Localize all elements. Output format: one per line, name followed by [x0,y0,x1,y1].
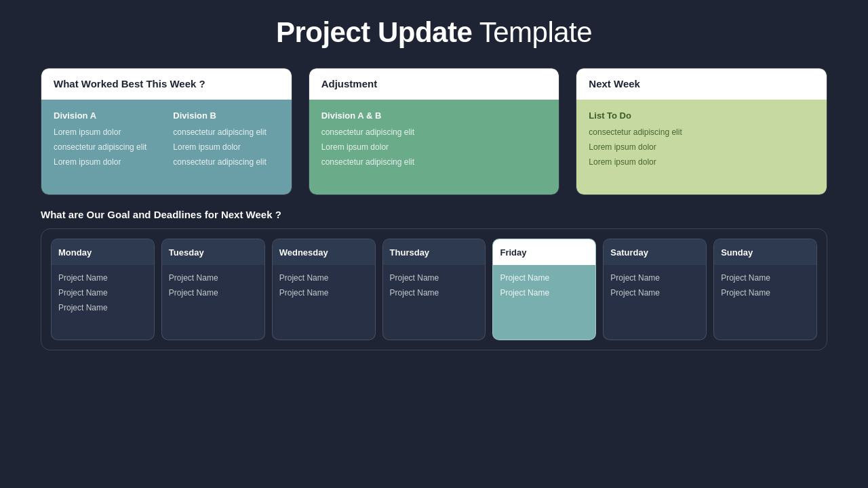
list-todo-item-1: Lorem ipsum dolor [589,142,814,152]
sunday-project-0: Project Name [721,273,810,283]
division-b-item-2: consectetur adipiscing elit [173,157,279,167]
card-col-list-todo: List To Do consectetur adipiscing elit L… [589,110,814,172]
monday-project-2: Project Name [58,303,147,312]
card-header-adjustment: Adjustment [309,68,559,100]
day-label-sunday: Sunday [721,247,753,258]
day-body-sunday: Project Name Project Name [714,265,816,340]
goals-section: What are Our Goal and Deadlines for Next… [41,209,827,350]
day-label-friday: Friday [500,247,526,258]
card-header-title-what-worked: What Worked Best This Week ? [54,78,205,89]
day-header-wednesday: Wednesday [273,239,375,265]
day-body-thursday: Project Name Project Name [383,265,486,340]
day-card-wednesday: Wednesday Project Name Project Name [272,239,376,340]
top-cards-section: What Worked Best This Week ? Division A … [41,68,827,195]
sunday-project-1: Project Name [721,288,810,298]
card-body-what-worked: Division A Lorem ipsum dolor consectetur… [41,100,292,195]
division-ab-item-2: consectetur adipiscing elit [321,157,547,167]
card-header-title-adjustment: Adjustment [321,78,378,89]
list-todo-title: List To Do [589,110,814,121]
day-label-saturday: Saturday [610,247,648,258]
division-a-item-0: Lorem ipsum dolor [54,127,159,137]
division-b-title: Division B [173,110,279,121]
division-ab-item-1: Lorem ipsum dolor [321,142,547,152]
weekly-grid: Monday Project Name Project Name Project… [51,239,817,340]
monday-project-1: Project Name [58,288,147,298]
saturday-project-0: Project Name [610,273,699,283]
division-ab-item-0: consectetur adipiscing elit [321,127,547,137]
day-body-saturday: Project Name Project Name [604,265,706,340]
friday-project-0: Project Name [500,273,589,283]
day-label-thursday: Thursday [390,247,430,258]
card-header-next-week: Next Week [576,68,827,100]
division-a-item-1: consectetur adipiscing elit [54,142,159,152]
division-b-item-0: consectetur adipiscing elit [173,127,279,137]
card-body-next-week: List To Do consectetur adipiscing elit L… [576,100,827,195]
card-adjustment: Adjustment Division A & B consectetur ad… [309,68,560,195]
day-card-thursday: Thursday Project Name Project Name [382,239,486,340]
day-header-thursday: Thursday [383,239,486,265]
card-cols-adjustment: Division A & B consectetur adipiscing el… [321,110,547,172]
list-todo-item-2: Lorem ipsum dolor [589,157,814,167]
day-card-sunday: Sunday Project Name Project Name [713,239,817,340]
tuesday-project-0: Project Name [169,273,258,283]
day-header-monday: Monday [52,239,154,265]
title-bold: Project Update [276,16,472,48]
card-next-week: Next Week List To Do consectetur adipisc… [576,68,827,195]
day-card-monday: Monday Project Name Project Name Project… [51,239,155,340]
day-header-friday: Friday [493,239,595,265]
division-a-item-2: Lorem ipsum dolor [54,157,159,167]
wednesday-project-0: Project Name [279,273,368,283]
division-a-title: Division A [54,110,159,121]
list-todo-item-0: consectetur adipiscing elit [589,127,814,137]
day-label-wednesday: Wednesday [279,247,328,258]
card-col-division-b: Division B consectetur adipiscing elit L… [173,110,279,172]
division-b-item-1: Lorem ipsum dolor [173,142,279,152]
day-card-saturday: Saturday Project Name Project Name [603,239,707,340]
saturday-project-1: Project Name [610,288,699,298]
page-container: Project Update Template What Worked Best… [0,0,868,488]
card-col-division-a: Division A Lorem ipsum dolor consectetur… [54,110,159,172]
card-what-worked: What Worked Best This Week ? Division A … [41,68,292,195]
weekly-grid-wrapper: Monday Project Name Project Name Project… [41,228,827,350]
day-label-monday: Monday [58,247,92,258]
card-header-what-worked: What Worked Best This Week ? [41,68,292,100]
card-col-division-ab: Division A & B consectetur adipiscing el… [321,110,547,172]
day-body-tuesday: Project Name Project Name [162,265,264,340]
monday-project-0: Project Name [58,273,147,283]
card-cols-what-worked: Division A Lorem ipsum dolor consectetur… [54,110,279,172]
thursday-project-0: Project Name [390,273,479,283]
friday-project-1: Project Name [500,288,589,298]
day-body-wednesday: Project Name Project Name [273,265,375,340]
day-card-tuesday: Tuesday Project Name Project Name [161,239,265,340]
day-header-saturday: Saturday [604,239,706,265]
tuesday-project-1: Project Name [169,288,258,298]
page-title: Project Update Template [41,16,827,49]
day-label-tuesday: Tuesday [169,247,204,258]
card-cols-next-week: List To Do consectetur adipiscing elit L… [589,110,814,172]
day-body-monday: Project Name Project Name Project Name [52,265,154,340]
day-body-friday: Project Name Project Name [493,265,595,340]
card-header-title-next-week: Next Week [589,78,640,89]
day-header-sunday: Sunday [714,239,816,265]
card-body-adjustment: Division A & B consectetur adipiscing el… [309,100,559,195]
division-ab-title: Division A & B [321,110,547,121]
day-header-tuesday: Tuesday [162,239,264,265]
day-card-friday: Friday Project Name Project Name [492,239,596,340]
thursday-project-1: Project Name [390,288,479,298]
title-light: Template [472,16,592,48]
wednesday-project-1: Project Name [279,288,368,298]
goals-title: What are Our Goal and Deadlines for Next… [41,209,827,220]
